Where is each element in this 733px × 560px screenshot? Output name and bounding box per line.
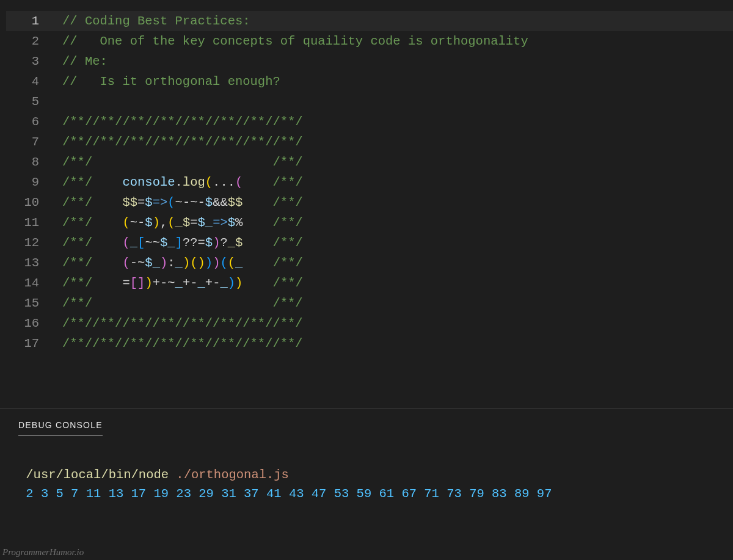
code-token: [ bbox=[130, 276, 137, 290]
code-line[interactable]: 9/**/ console.log(...( /**/ bbox=[6, 172, 733, 192]
code-token: /**/ bbox=[62, 195, 92, 209]
code-line[interactable]: 7/**//**//**//**//**//**//**//**/ bbox=[6, 132, 733, 152]
code-token: ( bbox=[122, 256, 129, 270]
code-token: && bbox=[213, 195, 228, 209]
code-token: ( bbox=[220, 256, 227, 270]
code-token: ( bbox=[122, 216, 129, 230]
code-token: = bbox=[137, 195, 145, 209]
code-content[interactable]: /**//**//**//**//**//**//**//**/ bbox=[62, 112, 733, 132]
code-content[interactable]: /**/ (_[~~$_]??=$)?_$ /**/ bbox=[62, 233, 733, 253]
line-number: 15 bbox=[6, 293, 62, 313]
code-line[interactable]: 5 bbox=[6, 92, 733, 112]
line-number: 5 bbox=[6, 92, 62, 112]
code-token: ) bbox=[153, 216, 160, 230]
code-line[interactable]: 15/**/ /**/ bbox=[6, 293, 733, 313]
code-token: ) bbox=[160, 256, 167, 270]
code-token bbox=[92, 236, 122, 250]
code-line[interactable]: 16/**//**//**//**//**//**//**//**/ bbox=[6, 313, 733, 333]
code-token bbox=[92, 296, 272, 310]
code-content[interactable]: /**/ =[])+-~_+-_+-_)) /**/ bbox=[62, 273, 733, 293]
code-token: ( bbox=[228, 256, 235, 270]
code-content[interactable]: /**/ console.log(...( /**/ bbox=[62, 172, 733, 192]
code-token: /**/ bbox=[273, 236, 303, 250]
code-token: /**/ bbox=[273, 195, 303, 209]
line-number: 4 bbox=[6, 71, 62, 92]
line-number: 12 bbox=[6, 233, 62, 253]
code-line[interactable]: 2// One of the key concepts of quaility … bbox=[6, 31, 733, 51]
code-token: /**/ bbox=[62, 216, 92, 230]
code-token: => bbox=[213, 216, 228, 230]
code-token: /**/ bbox=[62, 256, 92, 270]
code-content[interactable]: // Coding Best Practices: bbox=[62, 11, 733, 31]
code-token bbox=[92, 195, 122, 209]
code-line[interactable]: 17/**//**//**//**//**//**//**//**/ bbox=[6, 333, 733, 354]
code-content[interactable]: /**/ /**/ bbox=[62, 152, 733, 172]
code-token: ] bbox=[175, 236, 183, 250]
code-line[interactable]: 13/**/ (-~$_):_)()))((_ /**/ bbox=[6, 253, 733, 273]
code-token: /**/ bbox=[273, 216, 303, 230]
code-token bbox=[92, 155, 272, 169]
code-token: ??= bbox=[183, 236, 205, 250]
code-token: /**/ bbox=[62, 175, 92, 189]
line-number: 2 bbox=[6, 31, 62, 51]
code-token: $_ bbox=[198, 216, 213, 230]
code-line[interactable]: 10/**/ $$=$=>(~-~-$&&$$ /**/ bbox=[6, 192, 733, 213]
code-line[interactable]: 4// Is it orthogonal enough? bbox=[6, 71, 733, 92]
code-content[interactable]: /**//**//**//**//**//**//**//**/ bbox=[62, 132, 733, 152]
code-content[interactable]: // Is it orthogonal enough? bbox=[62, 71, 733, 92]
code-line[interactable]: 14/**/ =[])+-~_+-_+-_)) /**/ bbox=[6, 273, 733, 293]
code-token: /**/ bbox=[273, 276, 303, 290]
code-line[interactable]: 11/**/ (~-$),(_$=$_=>$% /**/ bbox=[6, 213, 733, 233]
code-token: $ bbox=[205, 195, 213, 209]
line-number: 8 bbox=[6, 152, 62, 172]
code-token: ) bbox=[213, 236, 220, 250]
code-content[interactable]: /**/ (~-$),(_$=$_=>$% /**/ bbox=[62, 213, 733, 233]
line-number: 13 bbox=[6, 253, 62, 273]
code-token: ~-~- bbox=[175, 195, 205, 209]
line-number: 16 bbox=[6, 313, 62, 333]
code-line[interactable]: 12/**/ (_[~~$_]??=$)?_$ /**/ bbox=[6, 233, 733, 253]
code-token: +- bbox=[205, 276, 221, 290]
tab-debug-console[interactable]: DEBUG CONSOLE bbox=[18, 420, 103, 435]
code-line[interactable]: 8/**/ /**/ bbox=[6, 152, 733, 172]
code-token: _ bbox=[175, 276, 183, 290]
watermark: ProgrammerHumor.io bbox=[2, 547, 84, 558]
code-token: // Me: bbox=[62, 54, 108, 68]
code-content[interactable]: /**/ $$=$=>(~-~-$&&$$ /**/ bbox=[62, 192, 733, 213]
code-token: $ bbox=[205, 236, 213, 250]
code-token bbox=[92, 175, 122, 189]
code-token: ) bbox=[183, 256, 190, 270]
code-token: _$ bbox=[175, 216, 191, 230]
code-content[interactable]: /**//**//**//**//**//**//**//**/ bbox=[62, 333, 733, 354]
code-editor[interactable]: 1// Coding Best Practices:2// One of the… bbox=[0, 0, 733, 354]
code-line[interactable]: 3// Me: bbox=[6, 51, 733, 71]
code-token: ~~ bbox=[145, 236, 160, 250]
code-token bbox=[92, 256, 122, 270]
line-number: 14 bbox=[6, 273, 62, 293]
code-content[interactable]: /**/ /**/ bbox=[62, 293, 733, 313]
code-token: => bbox=[153, 195, 168, 209]
code-content[interactable]: /**/ (-~$_):_)()))((_ /**/ bbox=[62, 253, 733, 273]
code-token: +- bbox=[183, 276, 198, 290]
code-token: ) bbox=[213, 256, 220, 270]
code-token: $ bbox=[228, 216, 235, 230]
code-token: ( bbox=[190, 256, 197, 270]
code-token: ~- bbox=[130, 216, 145, 230]
code-content[interactable]: /**//**//**//**//**//**//**//**/ bbox=[62, 313, 733, 333]
code-token: . bbox=[175, 175, 183, 189]
console-command-path: /usr/local/bin/node bbox=[26, 468, 176, 482]
code-token: /**//**//**//**//**//**//**//**/ bbox=[62, 336, 303, 351]
code-token: _ bbox=[130, 236, 137, 250]
code-content[interactable]: // One of the key concepts of quaility c… bbox=[62, 31, 733, 51]
code-token bbox=[243, 175, 272, 189]
code-token: // Coding Best Practices: bbox=[62, 14, 250, 28]
code-line[interactable]: 1// Coding Best Practices: bbox=[6, 11, 733, 31]
code-token: /**/ bbox=[62, 155, 92, 169]
code-token bbox=[243, 256, 272, 270]
code-token: $$ bbox=[228, 195, 243, 209]
code-token: ) bbox=[235, 276, 243, 290]
code-content[interactable]: // Me: bbox=[62, 51, 733, 71]
code-token: /**/ bbox=[62, 276, 92, 290]
code-line[interactable]: 6/**//**//**//**//**//**//**//**/ bbox=[6, 112, 733, 132]
console-output[interactable]: /usr/local/bin/node ./orthogonal.js 2 3 … bbox=[18, 435, 715, 522]
